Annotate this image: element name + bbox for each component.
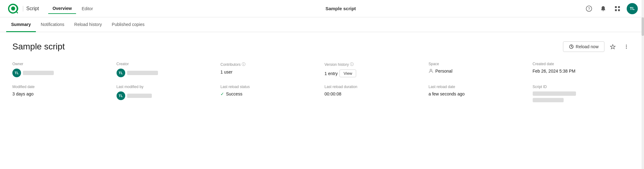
svg-point-11 bbox=[430, 69, 432, 71]
last-modified-by-value: TL bbox=[117, 91, 216, 100]
last-reload-duration-label: Last reload duration bbox=[325, 85, 424, 89]
contributors-label: Contributors ⓘ bbox=[220, 62, 320, 67]
last-modified-by-label: Last modified by bbox=[117, 85, 216, 89]
apps-grid-button[interactable] bbox=[612, 4, 622, 14]
notifications-bell-button[interactable] bbox=[598, 4, 608, 14]
svg-point-9 bbox=[626, 46, 627, 47]
script-id-value bbox=[533, 91, 632, 102]
favorite-button[interactable] bbox=[608, 41, 618, 52]
scrollbar-thumb[interactable] bbox=[642, 17, 644, 36]
owner-label: Owner bbox=[12, 62, 112, 66]
contributors-value: 1 user bbox=[220, 70, 320, 74]
content-title: Sample script bbox=[12, 42, 65, 52]
page-title: Sample script bbox=[97, 6, 584, 11]
qlik-logo bbox=[6, 2, 20, 15]
last-reload-duration-value: 00:00:08 bbox=[325, 91, 424, 96]
star-icon bbox=[610, 44, 616, 49]
nav-link-editor[interactable]: Editor bbox=[77, 4, 97, 14]
meta-owner: Owner TL bbox=[12, 62, 112, 77]
version-history-label: Version history ⓘ bbox=[325, 62, 424, 67]
meta-created-date: Created date Feb 26, 2024 5:38 PM bbox=[533, 62, 632, 77]
view-version-history-button[interactable]: View bbox=[339, 70, 356, 77]
person-icon bbox=[429, 69, 433, 74]
created-date-label: Created date bbox=[533, 62, 632, 66]
owner-value: TL bbox=[12, 69, 112, 77]
script-id-line1-blurred bbox=[533, 91, 576, 96]
svg-rect-5 bbox=[615, 9, 617, 11]
tab-notifications[interactable]: Notifications bbox=[36, 17, 69, 32]
more-icon bbox=[624, 44, 629, 49]
content-actions: Reload now bbox=[563, 41, 632, 52]
last-reload-date-value: a few seconds ago bbox=[429, 91, 528, 96]
last-modified-by-name-blurred bbox=[127, 94, 152, 98]
meta-modified-date: Modified date 3 days ago bbox=[12, 85, 112, 102]
nav-link-overview[interactable]: Overview bbox=[48, 3, 76, 14]
main-content: Sample script Reload now bbox=[0, 32, 644, 156]
creator-label: Creator bbox=[117, 62, 216, 66]
tab-published-copies[interactable]: Published copies bbox=[107, 17, 150, 32]
modified-date-label: Modified date bbox=[12, 85, 112, 89]
top-navigation: Script Overview Editor Sample script ? bbox=[0, 0, 644, 17]
help-icon-button[interactable]: ? bbox=[584, 4, 594, 14]
script-id-line2-blurred bbox=[533, 98, 564, 102]
last-reload-status-value: ✓ Success bbox=[220, 91, 320, 96]
last-reload-status-label: Last reload status bbox=[220, 85, 320, 89]
svg-rect-3 bbox=[615, 6, 617, 8]
app-title: Script bbox=[23, 6, 39, 11]
space-label: Space bbox=[429, 62, 528, 66]
logo-area: Script bbox=[6, 2, 39, 15]
sub-tabs: Summary Notifications Reload history Pub… bbox=[0, 17, 644, 32]
owner-name-blurred bbox=[23, 71, 54, 75]
svg-rect-6 bbox=[618, 9, 620, 11]
space-value: Personal bbox=[429, 69, 528, 74]
nav-links: Overview Editor bbox=[48, 3, 97, 14]
svg-rect-4 bbox=[618, 6, 620, 8]
script-id-label: Script ID bbox=[533, 85, 632, 89]
creator-value: TL bbox=[117, 69, 216, 77]
creator-name-blurred bbox=[127, 71, 158, 75]
created-date-value: Feb 26, 2024 5:38 PM bbox=[533, 69, 632, 74]
meta-version-history: Version history ⓘ 1 entry View bbox=[325, 62, 424, 77]
user-avatar[interactable]: TL bbox=[627, 3, 638, 14]
meta-contributors: Contributors ⓘ 1 user bbox=[220, 62, 320, 77]
metadata-grid: Owner TL Creator TL Contributors ⓘ 1 use… bbox=[12, 62, 632, 102]
reload-icon bbox=[569, 44, 574, 49]
tab-reload-history[interactable]: Reload history bbox=[69, 17, 107, 32]
help-icon: ? bbox=[586, 6, 592, 12]
reload-now-label: Reload now bbox=[576, 44, 599, 49]
tab-summary[interactable]: Summary bbox=[6, 17, 36, 32]
meta-last-modified-by: Last modified by TL bbox=[117, 85, 216, 102]
modified-date-value: 3 days ago bbox=[12, 91, 112, 96]
meta-script-id: Script ID bbox=[533, 85, 632, 102]
nav-actions: ? TL bbox=[584, 3, 638, 14]
scrollbar-track[interactable] bbox=[642, 0, 644, 156]
svg-point-10 bbox=[626, 48, 627, 49]
meta-last-reload-duration: Last reload duration 00:00:08 bbox=[325, 85, 424, 102]
last-modified-by-avatar: TL bbox=[117, 91, 125, 100]
version-history-info-icon: ⓘ bbox=[350, 62, 354, 67]
meta-last-reload-date: Last reload date a few seconds ago bbox=[429, 85, 528, 102]
version-history-value: 1 entry View bbox=[325, 70, 424, 77]
svg-text:?: ? bbox=[588, 7, 590, 11]
meta-creator: Creator TL bbox=[117, 62, 216, 77]
reload-now-button[interactable]: Reload now bbox=[563, 41, 604, 52]
owner-avatar: TL bbox=[12, 69, 21, 77]
more-options-button[interactable] bbox=[621, 41, 632, 52]
contributors-info-icon: ⓘ bbox=[242, 62, 245, 67]
svg-point-8 bbox=[626, 45, 627, 46]
bell-icon bbox=[600, 6, 606, 12]
content-header: Sample script Reload now bbox=[12, 41, 632, 52]
grid-icon bbox=[614, 6, 621, 12]
meta-last-reload-status: Last reload status ✓ Success bbox=[220, 85, 320, 102]
success-check-icon: ✓ bbox=[220, 91, 224, 96]
meta-space: Space Personal bbox=[429, 62, 528, 77]
creator-avatar: TL bbox=[117, 69, 125, 77]
last-reload-date-label: Last reload date bbox=[429, 85, 528, 89]
